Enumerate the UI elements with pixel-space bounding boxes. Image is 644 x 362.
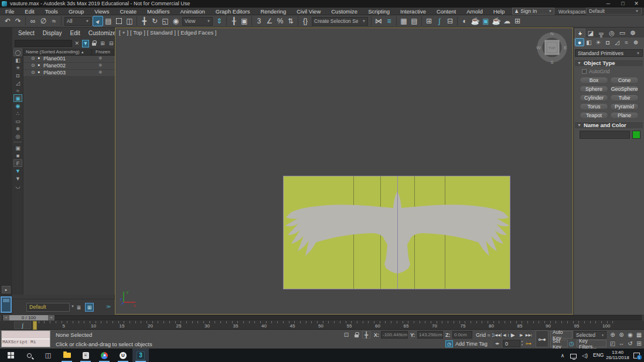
pan-icon[interactable]: ⇔	[617, 339, 626, 348]
edit-named-selection-sets-icon[interactable]: {}	[300, 16, 311, 26]
menu-tools[interactable]: Tools	[40, 8, 63, 15]
menu-content[interactable]: Content	[431, 8, 461, 15]
explorer-menu-customize[interactable]: Customize	[88, 30, 116, 36]
cat-shapes[interactable]: ◧	[584, 38, 594, 46]
unlink-selection-icon[interactable]: ∅	[38, 16, 49, 26]
bind-to-space-warp-icon[interactable]: ≈	[49, 16, 59, 26]
render-presets-icon[interactable]: ⊞	[512, 16, 523, 26]
zoom-all-icon[interactable]: ⊛	[617, 330, 626, 339]
angle-snap-icon[interactable]: ∠	[264, 16, 275, 26]
select-and-place-icon[interactable]: ◉	[171, 16, 181, 26]
menu-modifiers[interactable]: Modifiers	[142, 8, 175, 15]
tray-expand-icon[interactable]: ∧	[558, 349, 567, 362]
frame-spinner[interactable]: ▲▼	[521, 340, 523, 347]
menu-scripting[interactable]: Scripting	[363, 8, 395, 15]
reference-coordinate-system-dropdown[interactable]: View▼	[182, 17, 213, 26]
menu-create[interactable]: Create	[114, 8, 142, 15]
maximize-button[interactable]: □	[616, 0, 629, 8]
pinned-app-icon[interactable]: ≡	[77, 349, 94, 362]
maximize-viewport-toggle-icon[interactable]: ⊞	[635, 339, 643, 348]
redo-icon[interactable]: ↷	[13, 16, 23, 26]
menu-customize[interactable]: Customize	[326, 8, 363, 15]
filter-lock-icon[interactable]: ▼	[12, 167, 23, 175]
rendered-frame-window-icon[interactable]: ▣	[481, 16, 491, 26]
toggle-ribbon-icon[interactable]: ⊞	[424, 16, 434, 26]
cat-lights[interactable]: ☀	[594, 38, 603, 46]
select-and-manipulate-icon[interactable]: ╂	[229, 16, 239, 26]
play-button[interactable]: ▶	[509, 331, 517, 339]
clock[interactable]: 13:40 26/11/2018	[605, 350, 631, 360]
default-in-out-tangents-icon[interactable]: ⊶	[526, 340, 531, 347]
cat-systems[interactable]: ☸	[631, 38, 640, 46]
menu-help[interactable]: Help	[488, 8, 510, 15]
schematic-view-icon[interactable]: ⊟	[445, 16, 455, 26]
frozen-icon[interactable]: ❄	[98, 63, 103, 68]
clear-search-icon[interactable]: ✕	[73, 40, 81, 47]
time-slider-handle[interactable]: < 0 / 100 >	[3, 315, 54, 320]
cat-geometry[interactable]: ●	[575, 38, 584, 46]
create-sphere-button[interactable]: Sphere	[580, 86, 608, 93]
frozen-icon[interactable]: ❄	[98, 70, 103, 75]
viewport-layout-tab[interactable]	[1, 296, 12, 313]
search-input[interactable]	[15, 40, 72, 47]
sign-in-button[interactable]: ♟ Sign In ▼	[512, 8, 554, 15]
select-and-rotate-icon[interactable]: ↻	[149, 16, 160, 26]
z-coordinate-field[interactable]: 0.0cm	[452, 331, 472, 339]
display-lights-icon[interactable]: ☀	[12, 64, 23, 71]
create-tube-button[interactable]: Tube	[610, 94, 639, 101]
language-indicator[interactable]: ENG	[593, 352, 604, 358]
named-selection-sets-dropdown[interactable]: Create Selection Se▼	[312, 17, 368, 26]
previous-frame-button[interactable]: ◀|	[502, 331, 508, 339]
tab-create[interactable]: +	[575, 29, 585, 37]
orbit-icon[interactable]: ↺	[626, 339, 635, 348]
minimize-button[interactable]: ─	[602, 0, 615, 8]
tab-hierarchy[interactable]: ╦	[596, 29, 606, 37]
maxscript-input[interactable]	[2, 331, 50, 339]
network-icon[interactable]	[568, 349, 578, 362]
frame-ruler[interactable]: 0510152025303540455055606570758085909510…	[33, 321, 613, 330]
select-object-icon[interactable]: ►	[93, 16, 103, 26]
object-type-rollout[interactable]: ▼ Object Type	[575, 59, 643, 66]
task-view-icon[interactable]: ◫	[40, 349, 56, 362]
tab-utilities[interactable]: ☸	[628, 29, 638, 37]
menu-interactive[interactable]: Interactive	[395, 8, 431, 15]
table-row-plane002[interactable]: ⊙●Plane002❄	[23, 63, 115, 70]
display-particles-icon[interactable]: ∴	[12, 110, 23, 117]
current-frame-display[interactable]: 0 / 100	[9, 315, 48, 320]
unreal-engine-icon[interactable]: U	[115, 349, 131, 362]
display-frozen-icon[interactable]: ❄	[12, 125, 23, 132]
autogrid-checkbox[interactable]: AutoGrid	[582, 69, 610, 74]
selection-lock-icon[interactable]	[352, 331, 360, 339]
rectangular-selection-region-icon[interactable]	[114, 16, 124, 26]
filter-icon[interactable]: ▼	[82, 40, 90, 47]
display-bones-icon[interactable]: ◉	[12, 102, 23, 110]
viewport-menu-general[interactable]: [ + ]	[119, 29, 128, 36]
set-key-button[interactable]: Set Key	[550, 340, 568, 347]
explorer-menu-display[interactable]: Display	[43, 30, 62, 36]
undo-icon[interactable]: ↶	[2, 16, 13, 26]
explorer-preset-dropdown[interactable]: Default	[26, 303, 70, 312]
display-space-warps-icon[interactable]: ≈	[12, 87, 23, 94]
create-plane-button[interactable]: Plane	[610, 112, 639, 119]
display-everything-icon[interactable]: ◯	[13, 49, 22, 56]
key-filters-button[interactable]: Key Filters...	[577, 340, 606, 347]
table-row-plane003[interactable]: ⊙●Plane003❄	[23, 70, 115, 77]
menu-group[interactable]: Group	[63, 8, 89, 15]
add-time-tag[interactable]: Add Time Tag	[455, 341, 488, 347]
sync-selection-icon[interactable]: ▣	[12, 144, 23, 152]
view-cube[interactable]: N W E S TOP	[536, 29, 568, 66]
menu-rendering[interactable]: Rendering	[255, 8, 291, 15]
pick-material-icon[interactable]: ■	[12, 152, 23, 159]
select-by-name-icon[interactable]: ▤	[103, 16, 114, 26]
current-frame-field[interactable]	[503, 340, 520, 347]
mini-curve-editor-button[interactable]: ∫	[14, 322, 31, 329]
3ds-max-icon[interactable]: 3	[132, 349, 149, 362]
menu-edit[interactable]: Edit	[19, 8, 39, 15]
cat-cameras[interactable]: ◘	[603, 38, 612, 46]
align-icon[interactable]: ≡	[384, 16, 394, 26]
cat-space-warps[interactable]: ≈	[622, 38, 631, 46]
start-button[interactable]	[2, 349, 19, 362]
percent-snap-icon[interactable]: %	[275, 16, 285, 26]
create-cone-button[interactable]: Cone	[610, 77, 639, 84]
render-setup-icon[interactable]: ☕	[470, 16, 481, 26]
